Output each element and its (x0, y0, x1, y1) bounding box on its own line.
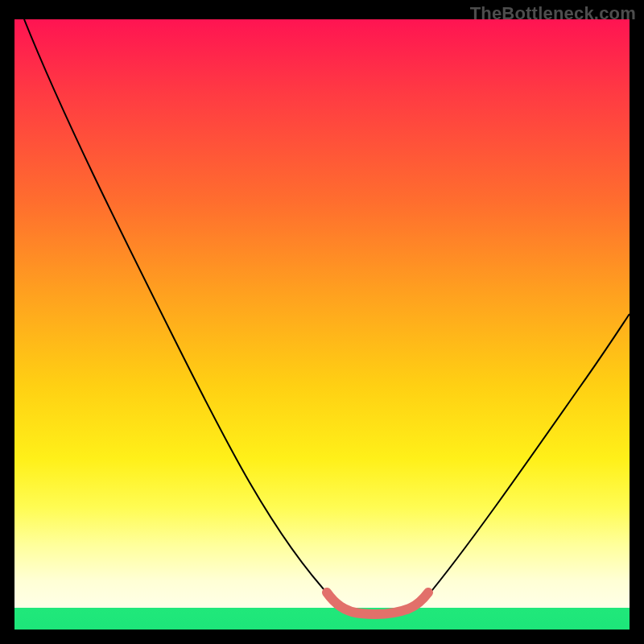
bottleneck-curve (24, 19, 630, 613)
plot-area (14, 19, 630, 630)
curve-layer (14, 19, 630, 630)
watermark-text: TheBottleneck.com (470, 3, 636, 24)
chart-frame: TheBottleneck.com (0, 0, 644, 644)
valley-highlight (327, 592, 428, 614)
